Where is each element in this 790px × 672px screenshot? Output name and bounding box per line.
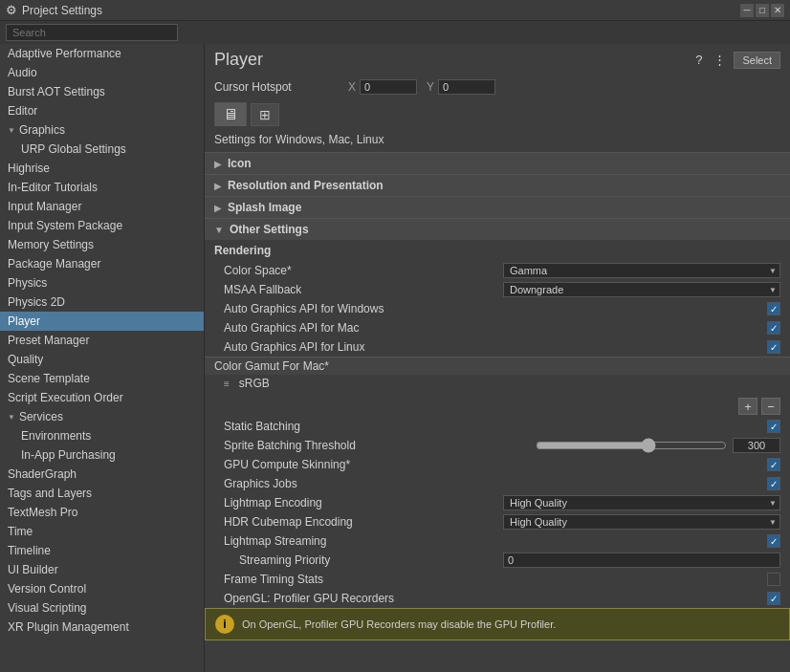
tab-other-platform[interactable]: ⊞	[251, 103, 279, 126]
tab-windows-mac-linux[interactable]: 🖥	[214, 102, 247, 126]
sidebar-item-ui-builder[interactable]: UI Builder	[0, 560, 204, 579]
sprite-batching-input[interactable]	[733, 438, 780, 453]
search-input[interactable]	[6, 24, 178, 41]
sidebar-item-memory-settings[interactable]: Memory Settings	[0, 235, 204, 254]
sidebar-item-burst-aot[interactable]: Burst AOT Settings	[0, 82, 204, 101]
sidebar-item-label: Highrise	[8, 162, 50, 175]
hdr-cubemap-dropdown-wrapper: High Quality Normal Quality Low Quality	[503, 514, 780, 530]
lightmap-encoding-label: Lightmap Encoding	[224, 496, 503, 509]
x-input[interactable]	[360, 79, 417, 95]
opengl-profiler-row: OpenGL: Profiler GPU Recorders ✓	[205, 589, 790, 608]
lightmap-streaming-row: Lightmap Streaming ✓	[205, 531, 790, 551]
sidebar-item-label: In-Editor Tutorials	[8, 181, 98, 194]
sidebar-item-adaptive-performance[interactable]: Adaptive Performance	[0, 44, 204, 63]
sidebar-item-physics-2d[interactable]: Physics 2D	[0, 293, 204, 312]
sidebar-item-input-system-package[interactable]: Input System Package	[0, 216, 204, 235]
auto-graphics-mac-row: Auto Graphics API for Mac ✓	[205, 318, 790, 337]
sidebar-item-label: Services	[19, 410, 63, 423]
cursor-hotspot-label: Cursor Hotspot	[214, 80, 339, 94]
maximize-button[interactable]: □	[756, 4, 769, 17]
sidebar-item-label: Quality	[8, 353, 43, 366]
other-section-header[interactable]: ▼ Other Settings	[205, 218, 790, 240]
graphics-jobs-checkbox[interactable]: ✓	[767, 477, 780, 490]
select-button[interactable]: Select	[734, 52, 780, 69]
lightmap-encoding-dropdown[interactable]: High Quality Normal Quality Low Quality	[503, 495, 780, 510]
sidebar-item-tags-and-layers[interactable]: Tags and Layers	[0, 484, 204, 503]
opengl-profiler-value: ✓	[767, 592, 780, 605]
checkmark-icon: ✓	[770, 323, 778, 334]
title-bar: ⚙ Project Settings ─ □ ✕	[0, 0, 790, 21]
auto-graphics-linux-checkbox[interactable]: ✓	[767, 340, 780, 354]
sprite-batching-label: Sprite Batching Threshold	[224, 439, 536, 452]
color-gamut-header-row: Color Gamut For Mac*	[205, 357, 790, 375]
splash-section-header[interactable]: ▶ Splash Image	[205, 196, 790, 218]
sidebar-item-urp-global[interactable]: URP Global Settings	[0, 140, 204, 159]
resolution-section-arrow: ▶	[214, 181, 222, 191]
y-input[interactable]	[438, 79, 495, 95]
streaming-priority-input[interactable]	[503, 553, 780, 568]
gamut-remove-button[interactable]: −	[761, 398, 780, 415]
icon-section-arrow: ▶	[214, 159, 222, 169]
resolution-section-header[interactable]: ▶ Resolution and Presentation	[205, 174, 790, 196]
frame-timing-checkbox[interactable]	[767, 573, 780, 586]
sidebar-item-audio[interactable]: Audio	[0, 63, 204, 82]
auto-graphics-mac-checkbox[interactable]: ✓	[767, 321, 780, 335]
sidebar-item-in-editor-tutorials[interactable]: In-Editor Tutorials	[0, 178, 204, 197]
platform-tabs: 🖥 ⊞	[205, 98, 790, 130]
cursor-hotspot-row: Cursor Hotspot X Y	[205, 76, 790, 98]
graphics-jobs-row: Graphics Jobs ✓	[205, 474, 790, 493]
opengl-profiler-checkbox[interactable]: ✓	[767, 592, 780, 605]
sidebar-item-label: Time	[8, 525, 33, 538]
sidebar-item-quality[interactable]: Quality	[0, 350, 204, 369]
sidebar-item-xr-plugin[interactable]: XR Plugin Management	[0, 618, 204, 637]
lightmap-streaming-checkbox[interactable]: ✓	[767, 534, 780, 548]
gpu-compute-skinning-checkbox[interactable]: ✓	[767, 458, 780, 471]
sidebar-item-label: Audio	[8, 66, 37, 79]
lightmap-encoding-value: High Quality Normal Quality Low Quality	[503, 495, 780, 510]
auto-graphics-windows-value: ✓	[767, 302, 780, 315]
auto-graphics-windows-checkbox[interactable]: ✓	[767, 302, 780, 315]
splash-section-label: Splash Image	[228, 201, 301, 214]
sidebar-item-graphics[interactable]: ▼ Graphics	[0, 120, 204, 140]
sprite-batching-slider[interactable]	[536, 438, 727, 453]
close-button[interactable]: ✕	[771, 4, 784, 17]
hdr-cubemap-encoding-dropdown[interactable]: High Quality Normal Quality Low Quality	[503, 514, 780, 530]
title-bar-text: Project Settings	[22, 4, 102, 17]
sidebar-item-in-app-purchasing[interactable]: In-App Purchasing	[0, 445, 204, 465]
x-label: X	[348, 80, 356, 94]
minimize-button[interactable]: ─	[740, 4, 754, 17]
sidebar-item-package-manager[interactable]: Package Manager	[0, 254, 204, 273]
sidebar-item-services[interactable]: ▼ Services	[0, 407, 204, 426]
sidebar-item-input-manager[interactable]: Input Manager	[0, 197, 204, 216]
sidebar-item-highrise[interactable]: Highrise	[0, 159, 204, 178]
settings-button[interactable]: ⋮	[710, 51, 730, 69]
sidebar-item-script-execution-order[interactable]: Script Execution Order	[0, 388, 204, 407]
sidebar-item-environments[interactable]: Environments	[0, 426, 204, 445]
icon-section-header[interactable]: ▶ Icon	[205, 152, 790, 174]
msaa-fallback-dropdown[interactable]: Downgrade None	[503, 282, 780, 297]
rendering-label: Rendering	[214, 244, 271, 257]
sidebar-item-preset-manager[interactable]: Preset Manager	[0, 331, 204, 350]
sidebar-item-physics[interactable]: Physics	[0, 273, 204, 293]
sidebar-item-textmesh-pro[interactable]: TextMesh Pro	[0, 503, 204, 522]
sidebar-item-timeline[interactable]: Timeline	[0, 541, 204, 560]
x-coord-group: X	[348, 79, 417, 95]
static-batching-checkbox[interactable]: ✓	[767, 420, 780, 433]
y-label: Y	[427, 80, 434, 94]
sidebar-item-editor[interactable]: Editor	[0, 101, 204, 120]
sidebar-item-version-control[interactable]: Version Control	[0, 579, 204, 598]
gamut-add-button[interactable]: +	[738, 398, 757, 415]
sidebar-item-shader-graph[interactable]: ShaderGraph	[0, 465, 204, 484]
header-actions: ? ⋮ Select	[691, 51, 780, 69]
help-button[interactable]: ?	[691, 51, 706, 69]
gpu-compute-skinning-label: GPU Compute Skinning*	[224, 458, 767, 471]
streaming-priority-label: Streaming Priority	[239, 553, 503, 567]
sidebar-item-time[interactable]: Time	[0, 522, 204, 541]
color-space-dropdown[interactable]: Gamma Linear	[503, 263, 780, 278]
sidebar-item-player[interactable]: Player	[0, 312, 204, 331]
sidebar-item-visual-scripting[interactable]: Visual Scripting	[0, 598, 204, 618]
msaa-fallback-label: MSAA Fallback	[224, 283, 503, 296]
color-gamut-label: Color Gamut For Mac*	[214, 359, 329, 373]
gamut-controls: + −	[205, 396, 790, 417]
sidebar-item-scene-template[interactable]: Scene Template	[0, 369, 204, 388]
